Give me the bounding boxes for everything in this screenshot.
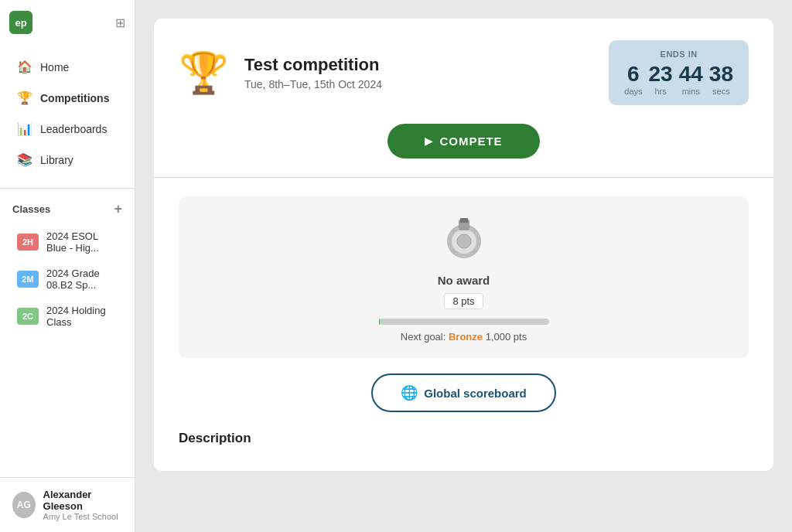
competition-card: 🏆 Test competition Tue, 8th–Tue, 15th Oc… [154,19,773,471]
sidebar-item-home[interactable]: 🏠 Home [5,52,130,82]
classes-label: Classes [12,203,50,215]
user-info: Alexander Gleeson Amy Le Test School [43,489,122,521]
ends-in-box: ENDS IN 6 days 23 hrs 44 mins [609,40,749,105]
class-badge-2c: 2C [17,308,39,325]
sidebar-item-leaderboards-label: Leaderboards [40,123,107,135]
countdown: 6 days 23 hrs 44 mins 38 secs [624,63,733,96]
competition-date: Tue, 8th–Tue, 15th Oct 2024 [244,78,382,90]
sidebar-item-home-label: Home [40,61,69,73]
competition-title: Test competition [244,55,382,75]
ends-in-label: ENDS IN [624,49,733,59]
sidebar: ep ⊞ 🏠 Home 🏆 Competitions 📊 Leaderboard… [0,0,135,532]
progress-bar-fill [379,319,381,325]
next-goal-pts: 1,000 pts [486,331,527,343]
description-title: Description [179,431,251,445]
competition-title-area: 🏆 Test competition Tue, 8th–Tue, 15th Oc… [179,53,382,93]
globe-icon: 🌐 [401,384,418,401]
library-icon: 📚 [17,152,32,167]
award-medal-icon [437,212,491,266]
class-name-2c: 2024 Holding Class [46,305,118,328]
competitions-icon: 🏆 [17,90,32,105]
countdown-hrs: 23 hrs [649,63,673,96]
trophy-icon: 🏆 [179,53,229,93]
class-name-2h: 2024 ESOL Blue - Hig... [46,230,118,254]
class-name-2m: 2024 Grade 08.B2 Sp... [46,268,118,291]
class-badge-2m: 2M [17,271,39,288]
classes-header: Classes + [0,195,135,223]
countdown-mins-num: 44 [679,63,703,85]
svg-point-2 [457,234,471,248]
main-content: 🏆 Test competition Tue, 8th–Tue, 15th Oc… [135,0,792,532]
next-goal-label: Next goal: [401,331,446,343]
sidebar-item-class-2m[interactable]: 2M 2024 Grade 08.B2 Sp... [5,261,130,297]
app-logo: ep [9,11,32,34]
countdown-mins-label: mins [682,87,700,96]
countdown-secs-label: secs [712,87,730,96]
compete-button-label: COMPETE [439,135,502,148]
next-goal-name: Bronze [449,331,483,343]
award-label: No award [438,274,490,287]
award-section: No award 8 pts Next goal: Bronze 1,000 p… [179,196,749,358]
sidebar-footer: AG Alexander Gleeson Amy Le Test School [0,477,135,532]
class-badge-2h: 2H [17,234,39,251]
divider [154,177,773,178]
sidebar-nav: 🏠 Home 🏆 Competitions 📊 Leaderboards 📚 L… [0,45,135,182]
sidebar-item-competitions-label: Competitions [40,92,109,104]
progress-bar-area [379,319,549,325]
award-pts: 8 pts [444,293,483,309]
countdown-days-num: 6 [627,63,640,85]
leaderboards-icon: 📊 [17,121,32,136]
user-name: Alexander Gleeson [43,489,122,512]
progress-bar-bg [379,319,549,325]
sidebar-header: ep ⊞ [0,0,135,45]
countdown-hrs-num: 23 [649,63,673,85]
global-scoreboard-area: 🌐 Global scoreboard [179,373,749,412]
sidebar-divider [0,188,135,189]
countdown-mins: 44 mins [679,63,703,96]
compete-button[interactable]: ▶ COMPETE [387,124,539,159]
sidebar-item-library[interactable]: 📚 Library [5,145,130,175]
countdown-hrs-label: hrs [654,87,666,96]
avatar: AG [12,492,36,518]
home-icon: 🏠 [17,60,32,74]
add-class-icon[interactable]: + [114,201,122,217]
countdown-days: 6 days [624,63,642,96]
sidebar-item-competitions[interactable]: 🏆 Competitions [5,83,130,113]
compete-btn-area: ▶ COMPETE [179,124,749,159]
description-section: Description [179,431,749,446]
play-icon: ▶ [425,135,433,147]
svg-rect-4 [460,218,468,223]
global-scoreboard-button[interactable]: 🌐 Global scoreboard [371,373,556,412]
sidebar-item-class-2h[interactable]: 2H 2024 ESOL Blue - Hig... [5,224,130,260]
competition-header: 🏆 Test competition Tue, 8th–Tue, 15th Oc… [179,40,749,105]
user-school: Amy Le Test School [43,512,122,521]
countdown-secs-num: 38 [709,63,733,85]
sidebar-item-class-2c[interactable]: 2C 2024 Holding Class [5,298,130,334]
countdown-secs: 38 secs [709,63,733,96]
sidebar-item-library-label: Library [40,154,73,166]
sidebar-item-leaderboards[interactable]: 📊 Leaderboards [5,114,130,144]
global-scoreboard-label: Global scoreboard [424,387,527,400]
countdown-days-label: days [624,87,642,96]
collapse-sidebar-icon[interactable]: ⊞ [115,15,125,30]
next-goal: Next goal: Bronze 1,000 pts [401,331,527,343]
competition-info: Test competition Tue, 8th–Tue, 15th Oct … [244,55,382,90]
